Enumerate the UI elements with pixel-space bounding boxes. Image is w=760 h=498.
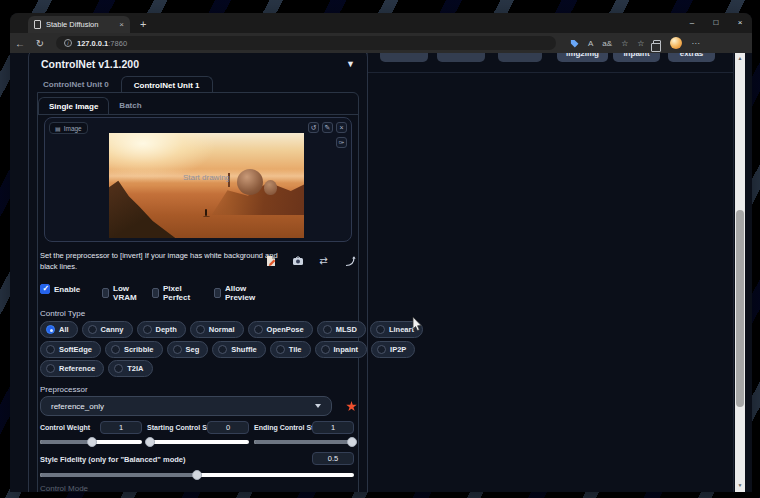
- tab-single-image[interactable]: Single Image: [38, 97, 109, 114]
- low-vram-checkbox[interactable]: Low VRAM: [102, 284, 140, 302]
- slider-handle[interactable]: [347, 437, 357, 447]
- image-icon: ▤: [55, 125, 61, 132]
- control-type-row-2: SoftEdge Scribble Seg Shuffle Tile Inpai…: [40, 341, 415, 358]
- ending-step-value[interactable]: 1: [312, 421, 354, 434]
- radio-normal[interactable]: Normal: [190, 321, 244, 338]
- preprocessor-dropdown[interactable]: reference_only: [40, 396, 332, 416]
- webui-page: img2img inpaint extras ControlNet v1.1.2…: [10, 53, 752, 492]
- maximize-button[interactable]: □: [704, 13, 728, 33]
- add-favorite-icon[interactable]: ☆: [621, 39, 628, 48]
- slider-handle[interactable]: [87, 437, 97, 447]
- radio-tile[interactable]: Tile: [270, 341, 311, 358]
- mouse-cursor: [412, 317, 424, 333]
- starting-step-value[interactable]: 0: [207, 421, 249, 434]
- radio-depth[interactable]: Depth: [137, 321, 186, 338]
- send-to-extras-button[interactable]: extras: [668, 53, 715, 62]
- allow-preview-checkbox[interactable]: Allow Preview: [214, 284, 258, 302]
- url-text: 127.0.0.1:7860: [77, 39, 127, 48]
- checkbox-icon[interactable]: [102, 288, 109, 298]
- new-tab-button[interactable]: +: [140, 19, 146, 33]
- radio-shuffle[interactable]: Shuffle: [212, 341, 265, 358]
- unit-content: Single Image Batch ▤ Image ↺ ✎ ×: [37, 92, 359, 492]
- checkbox-checked-icon[interactable]: [40, 284, 50, 294]
- send-dimensions-icon[interactable]: [343, 254, 356, 267]
- radio-softedge[interactable]: SoftEdge: [40, 341, 101, 358]
- uploaded-image[interactable]: Start drawing: [109, 133, 304, 238]
- control-type-row-1: All Canny Depth Normal OpenPose MLSD Lin…: [40, 321, 423, 338]
- radio-t2ia[interactable]: T2IA: [108, 360, 152, 377]
- scrollbar-thumb[interactable]: [736, 210, 744, 407]
- radio-reference[interactable]: Reference: [40, 360, 104, 377]
- control-weight-slider[interactable]: [40, 440, 142, 444]
- address-bar[interactable]: i 127.0.0.1:7860: [56, 36, 556, 50]
- enable-checkbox[interactable]: Enable: [40, 284, 80, 294]
- radio-icon: [111, 345, 120, 354]
- brush-tool-icon[interactable]: ✑: [336, 137, 347, 148]
- translate-icon[interactable]: a&: [602, 39, 612, 48]
- column-divider: [733, 53, 734, 492]
- image-dropzone[interactable]: ▤ Image ↺ ✎ × ✑: [44, 117, 352, 242]
- send-to-img2img-button[interactable]: img2img: [557, 53, 608, 62]
- collapse-arrow-icon[interactable]: ▼: [346, 59, 355, 69]
- send-button[interactable]: [498, 53, 542, 62]
- tab-controlnet-unit-1[interactable]: ControlNet Unit 1: [121, 76, 213, 93]
- browser-tab[interactable]: Stable Diffusion ×: [28, 16, 130, 33]
- tab-batch[interactable]: Batch: [109, 97, 151, 114]
- collections-icon[interactable]: [653, 40, 661, 47]
- ending-step-slider[interactable]: [254, 440, 354, 444]
- send-to-inpaint-button[interactable]: inpaint: [613, 53, 660, 62]
- tab-controlnet-unit-0[interactable]: ControlNet Unit 0: [31, 76, 121, 93]
- browser-tabstrip: Stable Diffusion × + – □ ×: [10, 13, 752, 33]
- back-icon[interactable]: ←: [10, 38, 30, 49]
- ending-step-slider-group: Ending Control Step 1: [254, 421, 354, 447]
- tab-close-icon[interactable]: ×: [119, 21, 124, 29]
- settings-menu-icon[interactable]: ⋯: [691, 39, 699, 48]
- radio-scribble[interactable]: Scribble: [105, 341, 163, 358]
- style-fidelity-value[interactable]: 0.5: [312, 452, 354, 465]
- pixel-perfect-checkbox[interactable]: Pixel Perfect: [152, 284, 193, 302]
- save-button[interactable]: [380, 53, 428, 62]
- radio-seg[interactable]: Seg: [167, 341, 209, 358]
- checkbox-icon[interactable]: [152, 288, 159, 298]
- undo-icon[interactable]: ↺: [308, 122, 319, 133]
- radio-ip2p[interactable]: IP2P: [371, 341, 415, 358]
- radio-icon: [173, 345, 182, 354]
- toolbar-icons: A a& ☆ ☆ ⋯: [570, 37, 699, 49]
- radio-openpose[interactable]: OpenPose: [248, 321, 313, 338]
- window-controls: – □ ×: [680, 13, 752, 33]
- style-fidelity-slider[interactable]: [40, 473, 354, 477]
- scroll-up-icon[interactable]: ▲: [735, 53, 745, 64]
- panel-edge: [367, 72, 733, 73]
- checkbox-icon[interactable]: [214, 288, 221, 298]
- profile-avatar[interactable]: [670, 37, 682, 49]
- page-scrollbar[interactable]: ▲ ▼: [735, 53, 745, 492]
- shopping-tag-icon[interactable]: [570, 39, 579, 48]
- refresh-icon[interactable]: ↻: [30, 38, 50, 49]
- radio-canny[interactable]: Canny: [82, 321, 133, 338]
- slider-handle[interactable]: [145, 437, 155, 447]
- clear-image-icon[interactable]: ×: [336, 122, 347, 133]
- zip-button[interactable]: [437, 53, 485, 62]
- webcam-icon[interactable]: [291, 254, 304, 267]
- mirror-webcam-icon[interactable]: ⇄: [317, 254, 330, 267]
- scroll-down-icon[interactable]: ▼: [735, 480, 745, 491]
- browser-toolbar: ← ↻ i 127.0.0.1:7860 A a& ☆ ☆ ⋯: [10, 33, 752, 53]
- radio-icon: [254, 325, 263, 334]
- unit-tabs: ControlNet Unit 0 ControlNet Unit 1: [31, 76, 213, 93]
- control-weight-value[interactable]: 1: [100, 421, 142, 434]
- slider-fill: [254, 440, 352, 444]
- close-button[interactable]: ×: [728, 13, 752, 33]
- controlnet-title[interactable]: ControlNet v1.1.200: [41, 58, 139, 70]
- run-preprocessor-icon[interactable]: [346, 401, 357, 412]
- slider-handle[interactable]: [192, 470, 202, 480]
- new-canvas-icon[interactable]: [264, 254, 277, 267]
- radio-mlsd[interactable]: MLSD: [317, 321, 366, 338]
- minimize-button[interactable]: –: [680, 13, 704, 33]
- read-aloud-icon[interactable]: A: [588, 39, 593, 48]
- radio-all[interactable]: All: [40, 321, 78, 338]
- starting-step-slider[interactable]: [147, 440, 249, 444]
- site-info-icon[interactable]: i: [64, 39, 72, 47]
- favorites-icon[interactable]: ☆: [637, 39, 644, 48]
- edit-icon[interactable]: ✎: [322, 122, 333, 133]
- radio-inpaint[interactable]: Inpaint: [315, 341, 368, 358]
